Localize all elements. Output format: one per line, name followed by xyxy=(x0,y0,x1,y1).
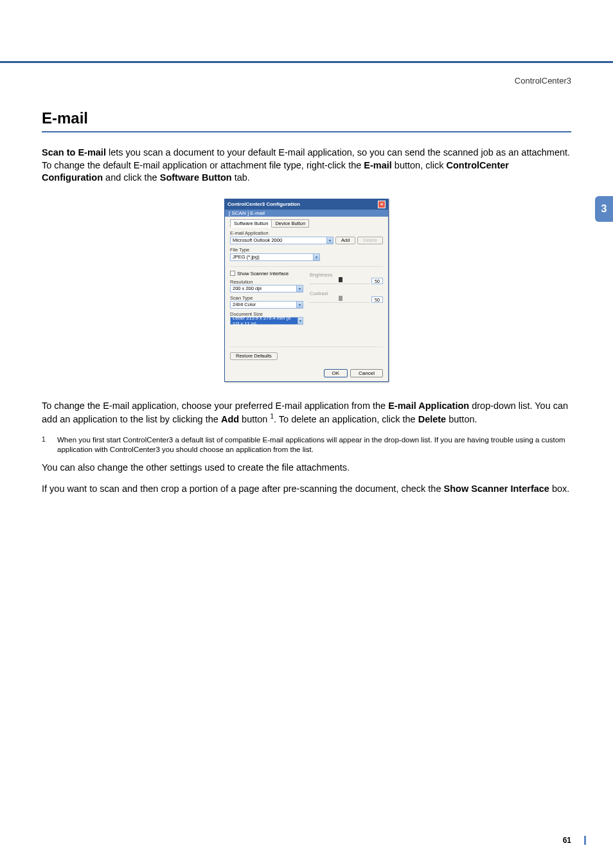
p1-t4: tab. xyxy=(232,172,250,183)
intro-paragraph: Scan to E-mail lets you scan a document … xyxy=(42,147,571,185)
page-number-bar xyxy=(584,836,586,845)
p4-t1: If you want to scan and then crop a port… xyxy=(42,484,444,494)
contrast-slider[interactable] xyxy=(310,296,369,303)
tabs: Software Button Device Button xyxy=(230,219,383,228)
p2-t5: button. xyxy=(446,414,477,424)
label-file-type: File Type xyxy=(230,247,383,253)
footnote-number: 1 xyxy=(42,435,49,455)
scan-type-value: 24bit Color xyxy=(233,302,256,307)
restore-defaults-button[interactable]: Restore Defaults xyxy=(230,352,278,360)
p4-t2: box. xyxy=(549,484,569,494)
resolution-dropdown[interactable]: 200 x 200 dpi ▾ xyxy=(230,285,303,293)
page-number: 61 xyxy=(563,836,571,845)
slider-thumb-icon[interactable] xyxy=(339,296,342,301)
email-app-value: Microsoft Outlook 2000 xyxy=(233,237,282,243)
p1-t3: and click the xyxy=(103,172,160,183)
p2-t1: To change the E-mail application, choose… xyxy=(42,401,388,411)
file-type-dropdown[interactable]: JPEG (*.jpg) ▾ xyxy=(230,253,320,261)
label-resolution: Resolution xyxy=(230,279,303,285)
dialog-subtitle: [ SCAN ] E-mail xyxy=(225,210,388,217)
paragraph-crop: If you want to scan and then crop a port… xyxy=(42,483,571,496)
dialog-titlebar: ControlCenter3 Configuration × xyxy=(225,199,388,210)
slider-thumb-icon[interactable] xyxy=(339,277,342,282)
top-band xyxy=(0,0,613,63)
close-icon[interactable]: × xyxy=(378,201,386,208)
paragraph-change-app: To change the E-mail application, choose… xyxy=(42,400,571,426)
delete-bold: Delete xyxy=(418,414,447,424)
config-dialog: ControlCenter3 Configuration × [ SCAN ] … xyxy=(224,199,389,382)
p2-t3: button xyxy=(239,414,270,424)
email-application-bold: E-mail Application xyxy=(388,401,469,411)
dialog-title-text: ControlCenter3 Configuration xyxy=(227,201,300,207)
p2-t4: . To delete an application, click the xyxy=(274,414,418,424)
label-contrast: Contrast xyxy=(310,291,383,296)
chevron-down-icon: ▾ xyxy=(296,302,303,308)
delete-button[interactable]: Delete xyxy=(357,237,383,244)
email-bold: E-mail xyxy=(364,160,392,170)
chevron-down-icon: ▾ xyxy=(296,285,303,292)
label-email-app: E-mail Application xyxy=(230,230,383,236)
label-scan-type: Scan Type xyxy=(230,295,303,301)
footnote-text: When you first start ControlCenter3 a de… xyxy=(57,435,571,455)
tab-device-button[interactable]: Device Button xyxy=(271,219,309,228)
show-scanner-bold: Show Scanner Interface xyxy=(444,484,549,494)
scan-to-email-bold: Scan to E-mail xyxy=(42,147,106,158)
chevron-down-icon: ▾ xyxy=(313,254,319,260)
show-scanner-checkbox-row[interactable]: Show Scanner Interface xyxy=(230,271,303,276)
email-app-dropdown[interactable]: Microsoft Outlook 2000 ▾ xyxy=(230,237,333,244)
paragraph-other-settings: You can also change the other settings u… xyxy=(42,462,571,475)
resolution-value: 200 x 200 dpi xyxy=(233,285,262,291)
p1-t2: button, click xyxy=(392,160,447,170)
section-title-text: E-mail xyxy=(42,109,88,127)
add-bold: Add xyxy=(221,414,239,424)
chevron-down-icon: ▾ xyxy=(298,318,303,324)
running-head: ControlCenter3 xyxy=(515,76,571,86)
chevron-down-icon: ▾ xyxy=(326,237,333,244)
footnote-1: 1 When you first start ControlCenter3 a … xyxy=(42,435,571,455)
brightness-value[interactable]: 50 xyxy=(371,278,383,284)
document-size-value: Letter 215.9 x 279.4 mm (8 1/2 x 11 in) xyxy=(233,315,298,327)
brightness-slider[interactable] xyxy=(310,278,369,284)
ok-button[interactable]: OK xyxy=(324,369,348,377)
cancel-button[interactable]: Cancel xyxy=(350,369,383,377)
label-brightness: Brightness xyxy=(310,272,383,278)
document-size-dropdown[interactable]: Letter 215.9 x 279.4 mm (8 1/2 x 11 in) … xyxy=(230,317,303,325)
show-scanner-checkbox[interactable] xyxy=(230,271,235,276)
add-button[interactable]: Add xyxy=(335,237,355,244)
software-button-bold: Software Button xyxy=(160,172,232,183)
scan-type-dropdown[interactable]: 24bit Color ▾ xyxy=(230,301,303,309)
label-show-scanner: Show Scanner Interface xyxy=(237,271,289,276)
tab-software-button[interactable]: Software Button xyxy=(230,219,272,228)
contrast-value[interactable]: 50 xyxy=(371,296,383,303)
section-title: E-mail xyxy=(42,109,571,132)
file-type-value: JPEG (*.jpg) xyxy=(233,254,260,260)
